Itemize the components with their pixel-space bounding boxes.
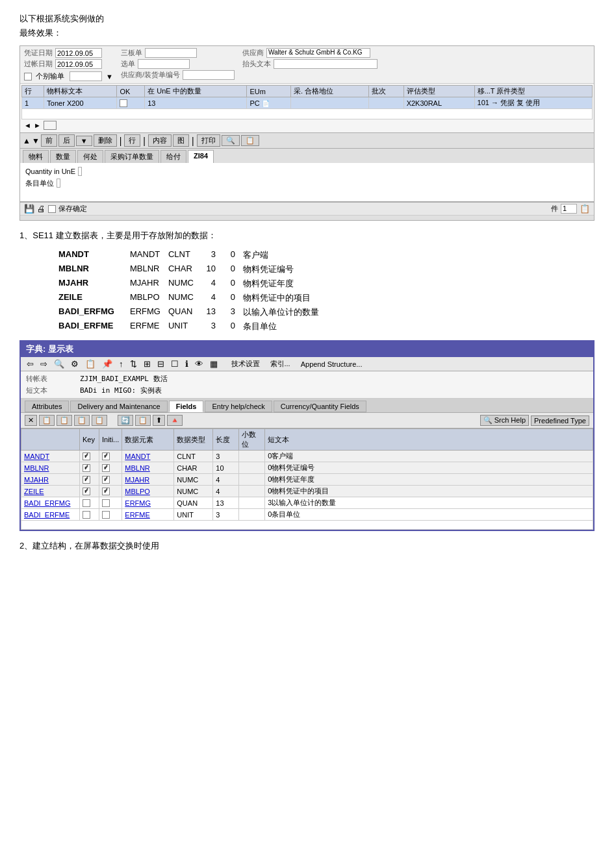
item-unit-label: 条目单位 xyxy=(25,179,54,187)
eye-icon[interactable]: 👁 xyxy=(193,359,205,369)
cell-status xyxy=(290,97,368,109)
forward-icon[interactable]: ⇨ xyxy=(38,359,49,369)
field-dec-erfmg: 3 xyxy=(224,305,243,319)
btn-copy3[interactable]: 📋 xyxy=(74,415,90,426)
table-icon[interactable]: ▦ xyxy=(208,359,220,369)
btn-delete[interactable]: ✕ xyxy=(25,415,37,426)
tab-material[interactable]: 物料 xyxy=(23,150,49,163)
tab-zi84[interactable]: ZI84 xyxy=(188,150,214,163)
dict-cell-init-zeile: ✓ xyxy=(99,486,122,497)
scrollbar[interactable] xyxy=(20,215,594,220)
field-desc-mandt: 客户端 xyxy=(243,248,327,262)
back-icon[interactable]: ⇦ xyxy=(25,359,36,369)
tab-delivery[interactable]: Delivery and Maintenance xyxy=(70,401,167,412)
dict-cell-type-mandt: CLNT xyxy=(174,451,213,462)
tab-fields[interactable]: Fields xyxy=(169,401,204,412)
up-icon[interactable]: ↑ xyxy=(117,359,125,369)
nav-prev[interactable]: ◄ xyxy=(24,121,31,129)
individual-label: 个别输单 xyxy=(36,71,64,81)
qty-unit-input[interactable] xyxy=(78,167,82,176)
field-name-mandt: MANDT xyxy=(58,248,130,262)
print-icon[interactable]: 🖨 xyxy=(37,204,45,214)
append-btn[interactable]: Append Structure... xyxy=(301,360,363,368)
item-unit-input[interactable] xyxy=(57,179,60,188)
dict-toolbar: ⇦ ⇨ 🔍 ⚙ 📋 📌 ↑ ⇅ ⊞ ⊟ ☐ ℹ 👁 ▦ 技术设置 索引... A… xyxy=(21,357,593,371)
search-icon[interactable]: 🔍 xyxy=(52,359,66,369)
tab-currency[interactable]: Currency/Quantity Fields xyxy=(274,401,366,412)
tab-po[interactable]: 采购订单数量 xyxy=(105,150,159,163)
sort-asc-icon[interactable]: ▲ xyxy=(23,136,31,145)
individual-input[interactable] xyxy=(70,71,102,81)
toolbar-btn-img[interactable]: 图 xyxy=(173,134,189,147)
table-row[interactable]: 1 Toner X200 13 PC 📄 X2K30RAL 101 → 凭据 复… xyxy=(22,97,593,109)
doc-date-value: 2012.09.05 xyxy=(55,48,102,58)
index-btn[interactable]: 索引... xyxy=(270,359,290,369)
btn-refresh[interactable]: 🔄 xyxy=(118,415,133,426)
info-icon[interactable]: ℹ xyxy=(183,359,190,369)
tab-quantity[interactable]: 数量 xyxy=(50,150,76,163)
dict-cell-name-mandt: MANDT xyxy=(21,451,80,462)
supplier-label: 供应商 xyxy=(242,48,264,58)
grid1-icon[interactable]: ⊞ xyxy=(142,359,153,369)
tab-entry-help[interactable]: Entry help/check xyxy=(205,401,272,412)
dict-cell-element-erfme: ERFME xyxy=(122,509,174,521)
xuandan-label: 选单 xyxy=(121,59,135,69)
toolbar-btn-delete[interactable]: 删除 xyxy=(94,134,117,147)
post-date-value: 2012.09.05 xyxy=(55,59,102,69)
delivery-num-value xyxy=(183,70,235,80)
col-status: 采. 合格地位 xyxy=(290,86,368,97)
btn-filter[interactable]: 🔺 xyxy=(167,415,183,426)
save-icon[interactable]: 💾 xyxy=(24,204,34,214)
tab-payment[interactable]: 给付 xyxy=(160,150,186,163)
btn-copy1[interactable]: 📋 xyxy=(39,415,55,426)
field-row-erfme: BADI_ERFME ERFME UNIT 3 0 条目单位 xyxy=(58,319,327,334)
pin-icon[interactable]: 📌 xyxy=(100,359,114,369)
field-type-erfme: UNIT xyxy=(168,319,204,334)
toolbar-btn-content[interactable]: 内容 xyxy=(148,134,172,147)
confirm-checkbox[interactable] xyxy=(48,205,56,213)
clipboard-icon[interactable]: 📋 xyxy=(83,359,97,369)
sort-desc-icon[interactable]: ▼ xyxy=(32,136,40,145)
toolbar-btn-view[interactable]: 后 xyxy=(58,134,75,147)
toolbar-btn-edit[interactable]: 前 xyxy=(41,134,57,147)
dict-row-erfmg[interactable]: BADI_ERFMG ERFMG QUAN 13 3以输入单位计的数量 xyxy=(21,497,593,509)
toolbar-btn-extra1[interactable]: 🔍 xyxy=(222,135,240,146)
dict-cell-dec-mjahr xyxy=(239,474,265,486)
btn-predef-type[interactable]: Predefined Type xyxy=(531,415,589,426)
btn-copy2[interactable]: 📋 xyxy=(57,415,72,426)
toolbar-btn-del[interactable]: ▼ xyxy=(76,136,92,146)
toolbar-btn-print[interactable]: 打印 xyxy=(197,134,220,147)
th-element: 数据元素 xyxy=(122,429,174,451)
field-row-erfmg: BADI_ERFMG ERFMG QUAN 13 3 以输入单位计的数量 xyxy=(58,305,327,319)
checkbox-icon[interactable]: ☐ xyxy=(169,359,181,369)
individual-checkbox[interactable] xyxy=(24,72,32,81)
btn-up2[interactable]: 📋 xyxy=(135,415,151,426)
nav-next[interactable]: ► xyxy=(34,121,41,129)
field-dec-mandt: 0 xyxy=(224,248,243,262)
th-type: 数据类型 xyxy=(174,429,213,451)
field-name-mblnr: MBLNR xyxy=(58,262,130,277)
btn-srch-help[interactable]: 🔍 Srch Help xyxy=(480,415,529,426)
btn-copy4[interactable]: 📋 xyxy=(92,415,107,426)
tab-where[interactable]: 何处 xyxy=(77,150,103,163)
dict-row-mandt[interactable]: MANDT ✓ ✓ MANDT CLNT 3 0客户端 xyxy=(21,451,593,462)
dict-row-mblnr[interactable]: MBLNR ✓ ✓ MBLNR CHAR 10 0物料凭证编号 xyxy=(21,462,593,474)
dict-table-header: Key Initi... 数据元素 数据类型 长度 小数位 短文本 xyxy=(21,429,593,451)
dropdown-arrow[interactable]: ▼ xyxy=(106,73,113,81)
btn-sort[interactable]: ⬆ xyxy=(153,415,165,426)
dict-row-zeile[interactable]: ZEILE ✓ ✓ MBLPO NUMC 4 0物料凭证中的项目 xyxy=(21,486,593,497)
dict-cell-len-mandt: 3 xyxy=(213,451,239,462)
field-dec-zeile: 0 xyxy=(224,291,243,305)
shuffle-icon[interactable]: ⇅ xyxy=(128,359,139,369)
grid2-icon[interactable]: ⊟ xyxy=(155,359,166,369)
dict-row-erfme[interactable]: BADI_ERFME ERFME UNIT 3 0条目单位 xyxy=(21,509,593,521)
field-len-mjahr: 4 xyxy=(204,277,224,291)
toolbar-btn-row[interactable]: 行 xyxy=(124,134,140,147)
tech-settings-btn[interactable]: 技术设置 xyxy=(231,359,260,369)
toolbar-btn-extra2[interactable]: 📋 xyxy=(241,135,259,146)
tab-attributes[interactable]: Attributes xyxy=(25,401,69,412)
doc-date-label: 凭证日期 xyxy=(24,48,53,58)
dict-row-mjahr[interactable]: MJAHR ✓ ✓ MJAHR NUMC 4 0物料凭证年度 xyxy=(21,474,593,486)
settings-icon[interactable]: ⚙ xyxy=(69,359,81,369)
meta-desc-label: 短文本 xyxy=(26,386,78,395)
